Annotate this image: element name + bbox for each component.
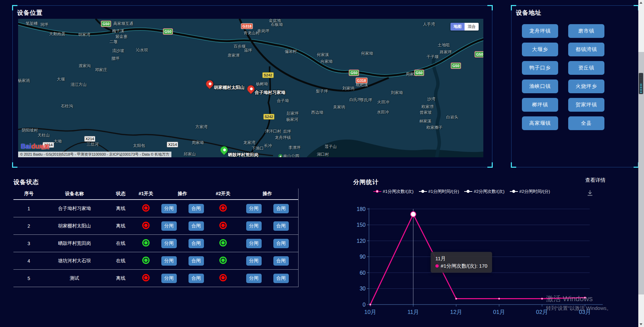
trip-button[interactable]: 分闸 — [161, 256, 177, 266]
map-place-label: 土地咀 — [438, 42, 450, 48]
svg-text:180: 180 — [357, 206, 366, 212]
device-location-panel: 设备位置 笔架槽洞坪天鹅抱蛋胡家湾高家堰互通梅子溪紫金寨二墩流沙坡沁水坝腰坪渡家… — [12, 5, 492, 167]
town-button-鸭子口乡[interactable]: 鸭子口乡 — [522, 61, 558, 75]
close-button[interactable]: 合闸 — [273, 274, 289, 283]
device-address-panel: 设备地址 龙舟坪镇磨市镇大堰乡都镇湾镇鸭子口乡资丘镇渔峡口镇火烧坪乡榔坪镇贺家坪… — [511, 5, 639, 167]
corner-decoration — [511, 162, 516, 168]
scrollbar-indicator-widget[interactable] — [639, 73, 643, 94]
close-button[interactable]: 合闸 — [273, 221, 289, 231]
close-button[interactable]: 合闸 — [189, 239, 204, 248]
scrollbar-up-arrow[interactable] — [640, 2, 642, 4]
download-icon[interactable] — [586, 189, 594, 198]
town-button-磨市镇[interactable]: 磨市镇 — [568, 24, 604, 38]
legend-item[interactable]: #2分闸次数/(次) — [464, 188, 504, 195]
close-button[interactable]: 合闸 — [273, 204, 289, 213]
close-button[interactable]: 合闸 — [273, 239, 289, 248]
svg-text:120: 120 — [357, 238, 366, 244]
close-button[interactable]: 合闸 — [273, 256, 289, 266]
map-place-label: 向家坳 — [321, 59, 333, 64]
town-button-资丘镇[interactable]: 资丘镇 — [568, 61, 604, 75]
town-button-大堰乡[interactable]: 大堰乡 — [522, 43, 558, 56]
trip-button[interactable]: 分闸 — [246, 221, 262, 231]
scrollbar-down-arrow[interactable] — [640, 323, 642, 325]
map-type-map[interactable]: 地图 — [450, 23, 465, 31]
legend-item[interactable]: #2分闸时间/(分) — [510, 188, 550, 195]
map-place-label: 人手湾 — [423, 21, 435, 27]
map-place-label: 腰坪 — [111, 56, 119, 61]
map-place-label: 石板坳 — [271, 21, 283, 27]
seq-cell: 3 — [13, 241, 44, 246]
town-button-全县[interactable]: 全县 — [568, 116, 604, 130]
map-place-label: 西边坳 — [311, 110, 323, 115]
status-cell: 在线 — [105, 240, 137, 247]
town-button-高家堰镇[interactable]: 高家堰镇 — [522, 116, 558, 130]
trip-button[interactable]: 分闸 — [246, 204, 262, 213]
town-button-贺家坪镇[interactable]: 贺家坪镇 — [568, 98, 604, 112]
map-type-toggle[interactable]: 地图 混合 — [450, 23, 479, 31]
close-button[interactable]: 合闸 — [189, 221, 204, 231]
trip-button[interactable]: 分闸 — [161, 239, 177, 248]
town-button-榔坪镇[interactable]: 榔坪镇 — [522, 98, 558, 112]
legend-item[interactable]: #1分闸次数/(次) — [373, 188, 414, 195]
town-button-grid: 龙舟坪镇磨市镇大堰乡都镇湾镇鸭子口乡资丘镇渔峡口镇火烧坪乡榔坪镇贺家坪镇高家堰镇… — [522, 24, 604, 130]
operations-cell: 分闸合闸 — [236, 221, 299, 231]
road-shield: G50 — [451, 63, 461, 69]
trip-button[interactable]: 分闸 — [246, 256, 262, 266]
town-button-龙舟坪镇[interactable]: 龙舟坪镇 — [522, 24, 558, 38]
map-place-label: 太阳包 — [133, 143, 145, 148]
map-place-label: 天柱山 — [38, 132, 50, 138]
svg-text:30: 30 — [360, 286, 366, 291]
view-details-link[interactable]: 查看详情 — [585, 177, 605, 183]
map-place-label: 邱家山 — [184, 151, 196, 157]
switch-indicator — [219, 257, 227, 264]
map-place-label: 龙家湾 — [243, 140, 255, 145]
seq-cell: 1 — [13, 206, 44, 211]
map-place-label: 莲子山 — [325, 144, 337, 150]
town-button-渔峡口镇[interactable]: 渔峡口镇 — [522, 79, 558, 93]
map-place-label: 欧家圈子 — [426, 125, 442, 130]
legend-item[interactable]: #1分闸时间/(分) — [419, 188, 459, 195]
map-place-label: 石柱沟 — [61, 103, 73, 109]
column-header: #1开关 — [137, 191, 155, 197]
close-button[interactable]: 合闸 — [189, 256, 204, 266]
svg-text:90: 90 — [360, 254, 366, 260]
close-button[interactable]: 合闸 — [189, 274, 204, 283]
legend-dot — [512, 190, 515, 193]
chart-legend: #1分闸次数/(次)#1分闸时间/(分)#2分闸次数/(次)#2分闸时间/(分) — [373, 188, 550, 195]
map-place-label: 干子堰 — [427, 54, 439, 60]
switch1-cell — [137, 204, 155, 213]
scrollbar-track[interactable] — [638, 0, 644, 327]
trip-button[interactable]: 分闸 — [246, 274, 262, 283]
map-place-label: 火田冲 — [377, 99, 389, 105]
trip-button[interactable]: 分闸 — [161, 274, 177, 283]
corner-decoration — [487, 162, 493, 168]
road-shield: X214 — [84, 136, 96, 142]
trip-button[interactable]: 分闸 — [161, 204, 177, 213]
trip-button[interactable]: 分闸 — [161, 221, 177, 231]
operations-cell: 分闸合闸 — [155, 204, 210, 213]
device-status-title: 设备状态 — [13, 178, 39, 186]
svg-text:10月: 10月 — [364, 309, 376, 315]
baidu-map[interactable]: 笔架槽洞坪天鹅抱蛋胡家湾高家堰互通梅子溪紫金寨二墩流沙坡沁水坝腰坪渡家沟邓家庄清… — [18, 19, 483, 157]
legend-label: #1分闸次数/(次) — [383, 188, 414, 195]
switch1-cell — [137, 274, 155, 282]
map-place-label: 梨子坪 — [316, 88, 328, 94]
map-place-label: 三岔河 — [87, 141, 99, 147]
trip-button[interactable]: 分闸 — [246, 239, 262, 248]
map-place-label: 白氏坪 — [350, 97, 362, 103]
seq-cell: 2 — [13, 223, 44, 229]
road-shield: G318 — [356, 78, 367, 84]
road-shield: G50 — [163, 29, 173, 34]
chart-tooltip: 11月 #1分闸次数/(次): 170 — [431, 252, 492, 273]
map-place-label: 沙湾 — [427, 96, 435, 102]
map-place-label: 笔架槽 — [25, 21, 38, 26]
switch-indicator — [219, 222, 227, 229]
map-type-hybrid[interactable]: 混合 — [465, 23, 479, 31]
corner-decoration — [487, 5, 493, 10]
seq-cell: 4 — [13, 258, 44, 264]
town-button-都镇湾镇[interactable]: 都镇湾镇 — [568, 43, 604, 56]
map-place-label: 津洋口村 — [265, 128, 281, 134]
corner-decoration — [511, 5, 516, 10]
town-button-火烧坪乡[interactable]: 火烧坪乡 — [568, 79, 604, 93]
close-button[interactable]: 合闸 — [189, 204, 204, 213]
